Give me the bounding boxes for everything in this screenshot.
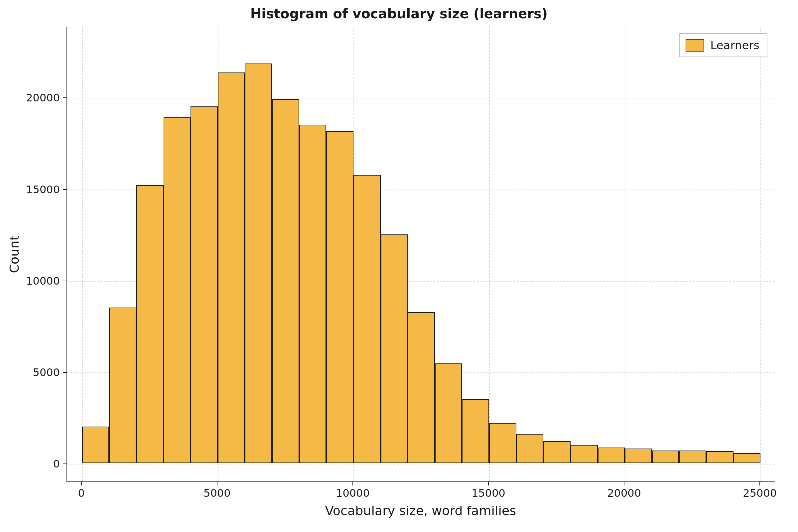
chart-figure: Histogram of vocabulary size (learners) …	[0, 0, 798, 532]
histogram-bar	[136, 185, 164, 463]
histogram-bar	[734, 453, 761, 463]
gridline-v	[82, 26, 83, 481]
y-tick	[63, 97, 66, 98]
y-tick	[63, 189, 66, 190]
histogram-bar	[245, 63, 272, 463]
x-tick-label: 10000	[336, 487, 370, 499]
histogram-bar	[407, 312, 435, 463]
histogram-bar	[299, 125, 326, 463]
legend-swatch	[686, 39, 704, 52]
chart-title: Histogram of vocabulary size (learners)	[0, 6, 798, 21]
x-tick-label: 5000	[204, 487, 230, 499]
x-tick-label: 0	[78, 487, 85, 499]
y-axis-label: Count	[7, 236, 22, 273]
histogram-bar	[191, 107, 218, 463]
y-tick-label: 5000	[23, 366, 60, 379]
y-tick	[63, 463, 66, 464]
histogram-bar	[462, 399, 489, 463]
y-tick-label: 10000	[23, 274, 60, 287]
histogram-bar	[598, 448, 625, 463]
x-tick-label: 15000	[472, 487, 506, 499]
x-axis-label: Vocabulary size, word families	[66, 504, 775, 518]
x-tick	[759, 482, 760, 486]
x-tick	[488, 482, 489, 486]
histogram-bar	[516, 434, 544, 463]
gridline-h	[67, 464, 775, 464]
histogram-bar	[625, 449, 652, 463]
histogram-bar	[218, 73, 245, 463]
histogram-bar	[326, 131, 354, 463]
gridline-v	[760, 26, 761, 481]
histogram-bar	[354, 175, 381, 463]
x-tick-label: 25000	[743, 487, 777, 499]
y-tick-label: 15000	[23, 183, 60, 196]
y-tick	[63, 281, 66, 281]
histogram-bar	[679, 451, 706, 463]
histogram-bar	[706, 451, 734, 463]
x-tick	[81, 482, 82, 486]
y-tick	[63, 372, 66, 373]
histogram-bar	[82, 426, 109, 463]
histogram-bar	[543, 441, 571, 463]
histogram-bar	[571, 445, 598, 463]
histogram-bar	[272, 99, 299, 463]
histogram-bar	[652, 451, 679, 463]
y-tick-label: 20000	[23, 92, 60, 104]
histogram-bar	[164, 117, 191, 463]
x-tick	[624, 482, 624, 486]
legend-label: Learners	[710, 39, 759, 52]
histogram-bar	[109, 307, 136, 463]
histogram-bar	[489, 423, 516, 463]
x-tick	[353, 482, 353, 486]
gridline-v	[489, 26, 490, 481]
legend: Learners	[679, 33, 767, 57]
histogram-bar	[381, 234, 408, 463]
plot-area: Learners	[66, 26, 775, 482]
histogram-bar	[435, 363, 462, 463]
gridline-v	[625, 26, 625, 481]
gridline-h	[67, 98, 775, 98]
y-tick-label: 0	[23, 457, 60, 470]
x-tick	[217, 482, 217, 486]
x-tick-label: 20000	[607, 487, 641, 499]
